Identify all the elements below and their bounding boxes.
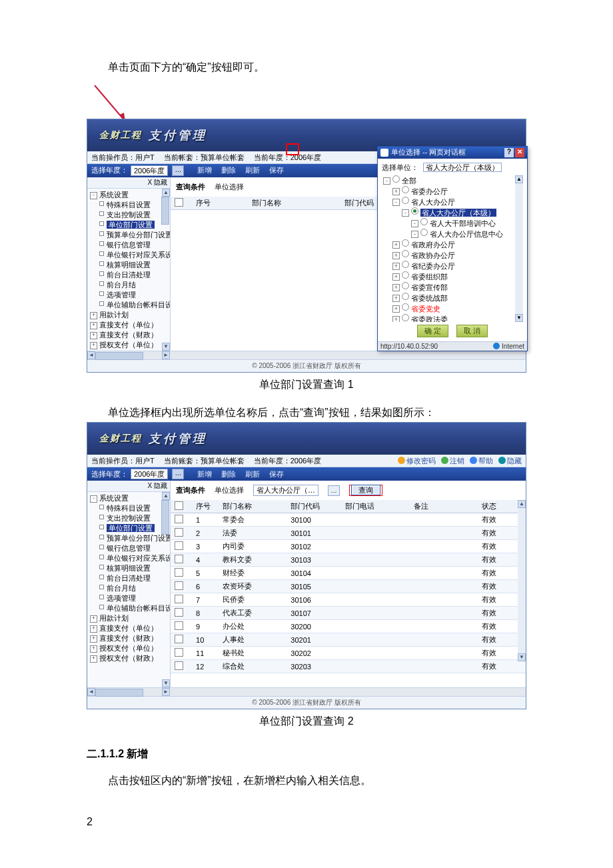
dialog-titlebar[interactable]: 单位选择 -- 网页对话框 ? ✕: [378, 147, 527, 159]
dialog-ok-button[interactable]: 确 定: [417, 325, 448, 337]
dlg-scroll-up-icon[interactable]: ▲: [515, 175, 523, 183]
dialog-help-button[interactable]: ?: [504, 148, 514, 157]
link-change-password[interactable]: 修改密码: [398, 455, 436, 467]
tree-node[interactable]: 银行信息管理: [90, 543, 170, 553]
dlg-tree-node[interactable]: +省委政法委: [383, 314, 523, 322]
row-checkbox[interactable]: [175, 515, 183, 523]
tree-node[interactable]: 核算明细设置: [90, 260, 170, 270]
table-row[interactable]: 13行政接待处30204有效: [171, 673, 526, 674]
row-checkbox[interactable]: [175, 635, 183, 643]
tree-node[interactable]: 支出控制设置: [90, 210, 170, 220]
year-picker-button[interactable]: …: [172, 469, 184, 479]
tree-node[interactable]: 选项管理: [90, 290, 170, 300]
tree-node[interactable]: 前台月结: [90, 583, 170, 593]
dlg-tree-node[interactable]: +省委党史: [383, 303, 523, 314]
dlg-tree-node[interactable]: +省政协办公厅: [383, 250, 523, 261]
dlg-tree-node[interactable]: -省人大办公厅信息中心: [383, 229, 523, 239]
tree-node[interactable]: 特殊科目设置: [90, 200, 170, 210]
tree-node[interactable]: 预算单位分部门设置: [90, 533, 170, 543]
dialog-close-button[interactable]: ✕: [515, 148, 524, 157]
tree-node[interactable]: -系统设置: [90, 190, 170, 200]
table-row[interactable]: 9办公处30200有效: [171, 620, 526, 633]
toolbar-new[interactable]: 新增: [197, 165, 212, 175]
toolbar-save[interactable]: 保存: [269, 165, 284, 175]
dlg-tree-node[interactable]: -省人大干部培训中心: [383, 218, 523, 229]
table-row[interactable]: 4教科文委30103有效: [171, 553, 526, 567]
dialog-field-value[interactable]: 省人大办公厅（本级）: [423, 163, 502, 172]
dlg-scroll-down-icon[interactable]: ▼: [515, 314, 523, 322]
table-row[interactable]: 2法委30101有效: [171, 527, 526, 540]
tree-node[interactable]: -系统设置: [90, 493, 170, 503]
unit-lookup-button[interactable]: …: [328, 485, 340, 496]
scroll-up-icon[interactable]: ▲: [162, 492, 170, 500]
sidebar-hide[interactable]: X 隐藏: [87, 481, 170, 492]
row-checkbox[interactable]: [175, 555, 183, 563]
tree-node[interactable]: 前台日清处理: [90, 270, 170, 280]
year-select[interactable]: 2006年度: [131, 469, 168, 479]
tree-node[interactable]: 单位辅助台帐科目设置: [90, 603, 170, 613]
tree-node[interactable]: +用款计划: [90, 310, 170, 320]
scroll-up-icon[interactable]: ▲: [162, 189, 170, 197]
tree-node[interactable]: +直接支付（单位）: [90, 623, 170, 633]
row-checkbox[interactable]: [175, 581, 183, 590]
row-checkbox[interactable]: [175, 661, 183, 670]
main-vertical-scrollbar[interactable]: ▲ ▼: [518, 500, 526, 661]
dialog-cancel-button[interactable]: 取 消: [456, 325, 488, 337]
dlg-tree-node[interactable]: +省委组织部: [383, 271, 523, 282]
link-logout[interactable]: 注销: [441, 455, 464, 467]
toolbar-refresh[interactable]: 刷新: [245, 165, 260, 175]
table-row[interactable]: 7民侨委30106有效: [171, 593, 526, 607]
table-row[interactable]: 12综合处30203有效: [171, 660, 526, 673]
tree-node[interactable]: 预算单位分部门设置: [90, 230, 170, 240]
tree-node[interactable]: +直接支付（单位）: [90, 320, 170, 330]
dlg-tree-node[interactable]: +省政府办公厅: [383, 239, 523, 250]
row-checkbox[interactable]: [175, 595, 183, 603]
table-row[interactable]: 3内司委30102有效: [171, 540, 526, 553]
tree-node[interactable]: 单位辅助台帐科目设置: [90, 300, 170, 310]
toolbar-save[interactable]: 保存: [269, 469, 284, 479]
tree-node[interactable]: 单位银行对应关系设置: [90, 553, 170, 563]
tree-node[interactable]: 银行信息管理: [90, 240, 170, 250]
row-checkbox[interactable]: [175, 541, 183, 550]
sidebar-horizontal-scrollbar[interactable]: ◄ ►: [87, 351, 526, 359]
tree-node[interactable]: 单位部门设置: [90, 220, 170, 230]
query-button[interactable]: 查询: [351, 485, 380, 495]
toolbar-refresh[interactable]: 刷新: [245, 469, 260, 479]
tree-node[interactable]: 支出控制设置: [90, 513, 170, 523]
link-hide[interactable]: 隐藏: [498, 455, 522, 467]
row-checkbox[interactable]: [175, 621, 183, 630]
sidebar-horizontal-scrollbar[interactable]: ◄ ►: [87, 687, 526, 696]
row-checkbox[interactable]: [175, 608, 183, 617]
scrollbar-thumb[interactable]: [161, 197, 169, 225]
dlg-tree-node[interactable]: -省人大办公厅: [383, 197, 523, 207]
table-row[interactable]: 8代表工委30107有效: [171, 607, 526, 620]
tree-node[interactable]: 前台月结: [90, 280, 170, 290]
scrollbar-thumb[interactable]: [161, 500, 169, 535]
tree-node[interactable]: 选项管理: [90, 593, 170, 603]
table-row[interactable]: 11秘书处30202有效: [171, 647, 526, 660]
tree-node[interactable]: 核算明细设置: [90, 563, 170, 573]
dlg-tree-node[interactable]: +省委办公厅: [383, 186, 523, 197]
tree-node[interactable]: +直接支付（财政）: [90, 330, 170, 340]
row-checkbox[interactable]: [175, 648, 183, 657]
tree-node[interactable]: +授权支付（财政）: [90, 653, 170, 663]
toolbar-delete[interactable]: 删除: [221, 165, 236, 175]
unit-select-value[interactable]: 省人大办公厅（…: [253, 485, 318, 496]
select-all-checkbox[interactable]: [175, 198, 183, 207]
dlg-tree-node[interactable]: +省委宣传部: [383, 282, 523, 293]
tree-node[interactable]: +授权支付（单位）: [90, 340, 170, 350]
row-checkbox[interactable]: [175, 568, 183, 577]
table-row[interactable]: 5财经委30104有效: [171, 567, 526, 580]
tree-node[interactable]: 特殊科目设置: [90, 503, 170, 513]
scroll-down-icon[interactable]: ▼: [162, 343, 170, 351]
year-select[interactable]: 2006年度: [131, 165, 168, 176]
dlg-tree-node[interactable]: +省委统战部: [383, 293, 523, 303]
dlg-tree-node[interactable]: +省纪委办公厅: [383, 261, 523, 271]
year-picker-button[interactable]: …: [172, 165, 184, 176]
link-help[interactable]: 帮助: [470, 455, 493, 467]
tree-node[interactable]: 前台日清处理: [90, 573, 170, 583]
toolbar-delete[interactable]: 删除: [221, 469, 236, 479]
dlg-tree-node[interactable]: -省人大办公厅（本级）: [383, 207, 523, 218]
table-row[interactable]: 10人事处30201有效: [171, 633, 526, 647]
table-row[interactable]: 1常委会30100有效: [171, 513, 526, 527]
